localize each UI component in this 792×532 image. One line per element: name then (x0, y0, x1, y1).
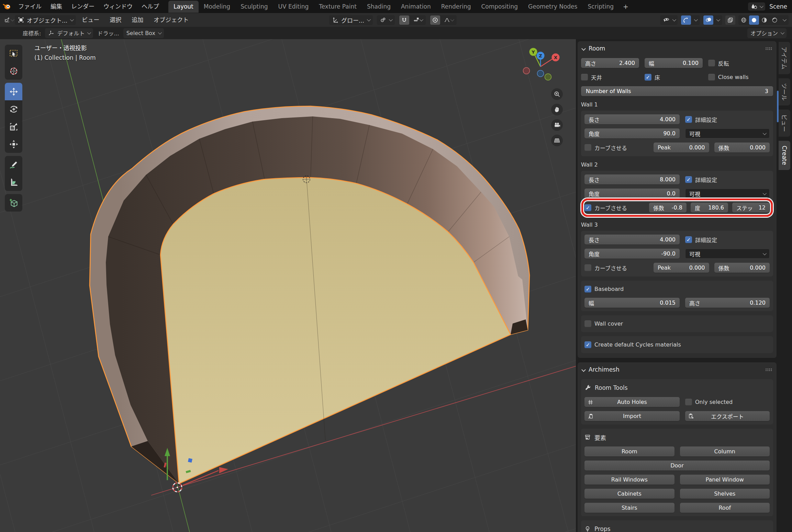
viewport-3d[interactable]: ユーザー・透視投影 (1) Collection | Room (0, 39, 576, 532)
mode-selector[interactable]: オブジェクト... (15, 15, 76, 25)
roof-button[interactable]: Roof (680, 503, 770, 513)
zoom-button[interactable] (551, 88, 563, 100)
sidebar-tab-create[interactable]: Create (779, 141, 790, 170)
wall1-length-field[interactable]: 長さ4.000 (584, 114, 680, 124)
menu-edit[interactable]: 編集 (46, 0, 67, 13)
wall2-advanced-checkbox[interactable] (685, 176, 692, 183)
wall1-peak-field[interactable]: Peak0.000 (654, 143, 709, 152)
3d-cursor[interactable] (171, 482, 183, 493)
gizmo-neg-x-axis[interactable] (523, 68, 530, 74)
sidebar-tab-item[interactable]: アイテム (779, 42, 790, 74)
tab-compositing[interactable]: Compositing (476, 1, 523, 13)
object-visibility-dropdown[interactable] (660, 15, 678, 25)
wall2-curve-steps-field[interactable]: ステッ12 (732, 203, 770, 213)
snap-settings-dropdown[interactable] (410, 15, 425, 25)
coord-system-dropdown[interactable]: デフォルト (45, 28, 93, 38)
wall3-curve-checkbox[interactable] (584, 264, 591, 271)
cursor-tool[interactable] (5, 62, 22, 80)
wall3-advanced-checkbox[interactable] (685, 236, 692, 243)
only-selected-checkbox[interactable] (685, 399, 692, 406)
shading-material-button[interactable] (759, 15, 769, 25)
transform-tool[interactable] (5, 135, 22, 153)
wall2-curve-factor-field[interactable]: 係数-0.8 (649, 203, 687, 213)
baseboard-checkbox[interactable] (584, 286, 591, 293)
menu-help[interactable]: ヘルプ (137, 0, 164, 13)
wall3-visibility-dropdown[interactable]: 可視 (685, 249, 770, 259)
wall1-advanced-checkbox[interactable] (685, 116, 692, 123)
shading-dropdown[interactable] (780, 15, 788, 25)
tab-scripting[interactable]: Scripting (582, 1, 619, 13)
snap-toggle[interactable] (399, 15, 409, 25)
sidebar-tab-view[interactable]: ビュー (779, 110, 790, 137)
export-button[interactable]: エクスポート (685, 411, 770, 421)
shading-rendered-button[interactable] (770, 15, 780, 25)
gizmo-neg-z-axis[interactable] (537, 70, 544, 77)
panel-drag-handle[interactable] (765, 368, 772, 371)
tab-geometry-nodes[interactable]: Geometry Nodes (523, 1, 582, 13)
menu-select[interactable]: 選択 (105, 13, 126, 26)
auto-holes-button[interactable]: Auto Holes (584, 397, 680, 407)
wall-cover-checkbox[interactable] (584, 320, 591, 327)
height-field[interactable]: 高さ2.400 (581, 58, 639, 68)
camera-view-button[interactable] (551, 119, 563, 131)
wall3-length-field[interactable]: 長さ4.000 (584, 235, 680, 245)
width-field[interactable]: 幅0.100 (645, 58, 703, 68)
tab-shading[interactable]: Shading (362, 1, 396, 13)
toggle-grid-button[interactable] (551, 135, 563, 146)
wall1-angle-field[interactable]: 角度90.0 (584, 128, 680, 138)
number-of-walls-slider[interactable]: Number of Walls 3 (581, 86, 773, 96)
measure-tool[interactable] (5, 173, 22, 191)
panel-window-button[interactable]: Panel Window (680, 475, 770, 485)
wall2-angle-field[interactable]: 角度0.0 (584, 189, 680, 199)
add-cube-tool[interactable] (5, 194, 22, 212)
collapse-chevron-icon[interactable] (581, 367, 586, 372)
wall1-visibility-dropdown[interactable]: 可視 (685, 128, 770, 138)
shading-wireframe-button[interactable] (739, 15, 749, 25)
flip-checkbox[interactable] (708, 60, 715, 67)
sidebar-tab-tool[interactable]: ツール (779, 78, 790, 105)
menu-object[interactable]: オブジェクト (149, 13, 193, 26)
baseboard-height-field[interactable]: 高さ0.120 (685, 298, 770, 308)
shelves-button[interactable]: Shelves (680, 489, 770, 499)
door-button[interactable]: Door (584, 461, 770, 471)
tab-sculpting[interactable]: Sculpting (235, 1, 273, 13)
gizmos-toggle[interactable] (681, 15, 691, 25)
select-mode-dropdown[interactable]: Select Box (123, 28, 164, 38)
menu-window[interactable]: ウィンドウ (99, 0, 137, 13)
tab-uv-editing[interactable]: UV Editing (273, 1, 314, 13)
gizmos-dropdown[interactable] (691, 15, 700, 25)
add-workspace-button[interactable]: + (619, 3, 633, 10)
transform-orientation-dropdown[interactable]: グロー... (329, 15, 373, 25)
proportional-editing-toggle[interactable] (430, 15, 440, 25)
wall2-curve-checkbox[interactable] (584, 204, 591, 211)
overlays-toggle[interactable] (703, 15, 713, 25)
shading-solid-button[interactable] (749, 15, 759, 25)
proportional-falloff-dropdown[interactable] (440, 15, 456, 25)
xray-toggle[interactable] (725, 15, 735, 25)
collapse-chevron-icon[interactable] (581, 46, 586, 51)
wall3-peak-field[interactable]: Peak0.000 (654, 263, 709, 273)
wall3-angle-field[interactable]: 角度-90.0 (584, 249, 680, 259)
stairs-button[interactable]: Stairs (584, 503, 674, 513)
room-button[interactable]: Room (584, 446, 674, 456)
floor-checkbox[interactable] (645, 74, 651, 81)
column-button[interactable]: Column (680, 446, 770, 456)
rail-windows-button[interactable]: Rail Windows (584, 475, 674, 485)
move-tool[interactable] (5, 83, 22, 100)
tab-rendering[interactable]: Rendering (436, 1, 476, 13)
tab-animation[interactable]: Animation (396, 1, 436, 13)
select-box-tool[interactable] (5, 45, 22, 62)
wall3-factor-field[interactable]: 係数0.000 (714, 263, 770, 273)
wall1-curve-checkbox[interactable] (584, 144, 591, 151)
scene-selector[interactable] (748, 2, 765, 11)
annotate-tool[interactable] (5, 156, 22, 173)
rotate-tool[interactable] (5, 100, 22, 118)
gizmo-neg-y-axis[interactable] (545, 74, 551, 80)
tab-texture-paint[interactable]: Texture Paint (314, 1, 362, 13)
wall2-visibility-dropdown[interactable]: 可視 (685, 189, 770, 199)
menu-render[interactable]: レンダー (67, 0, 99, 13)
navigation-gizmo[interactable]: Y Z X (514, 45, 569, 88)
wall2-curve-degrees-field[interactable]: 度180.6 (691, 203, 728, 213)
close-walls-checkbox[interactable] (708, 74, 715, 81)
import-button[interactable]: Import (584, 411, 680, 421)
